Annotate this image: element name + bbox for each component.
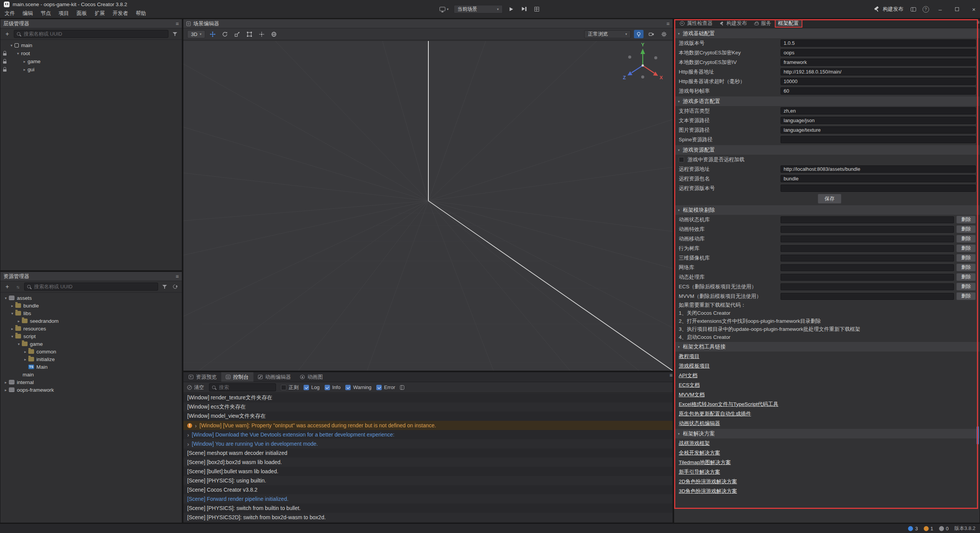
expand-arrow-icon[interactable]: ▾ [9,334,15,338]
expand-arrow-icon[interactable]: ▸ [9,304,15,308]
log-expander-icon[interactable]: › [195,422,197,429]
property-input[interactable] [781,68,976,75]
expand-arrow-icon[interactable]: ▾ [15,51,21,56]
expand-arrow-icon[interactable]: ▾ [9,311,15,316]
info-count-badge[interactable]: 3 [908,526,918,531]
create-node-button[interactable]: + [3,30,11,38]
menu-item[interactable]: 文件 [1,10,19,17]
rotate-tool-button[interactable] [220,30,230,38]
filter-error-checkbox[interactable]: Error [376,384,395,390]
property-input[interactable] [781,165,976,173]
log-row[interactable]: › [Window] You are running Vue in develo… [183,439,673,448]
doc-link[interactable]: 游戏模板项目 [679,363,710,370]
expand-arrow-icon[interactable]: ▸ [22,357,28,361]
expand-arrow-icon[interactable]: ▸ [21,59,28,64]
menu-item[interactable]: 节点 [37,10,55,17]
solution-link[interactable]: 新手引导解决方案 [679,469,720,476]
expand-arrow-icon[interactable]: ▸ [9,327,15,331]
expand-arrow-icon[interactable]: ▸ [22,350,28,354]
doc-link[interactable]: MVVM文档 [679,391,705,398]
panel-menu-icon[interactable]: ≡ [670,372,673,382]
layout-button[interactable] [910,5,917,13]
solution-link[interactable]: 3D角色扮演游戏解决方案 [679,488,737,495]
build-publish-button[interactable]: 构建发布 [872,6,905,13]
delete-module-button[interactable]: 删除 [956,225,976,233]
view-mode-select[interactable]: 正常浏览 ▾ [584,30,631,38]
filter-button[interactable] [171,30,179,38]
log-row[interactable]: › [Window] [Vue warn]: Property "onInput… [183,421,673,430]
doc-link[interactable]: Excel格式转Json文件与TypeScript代码工具 [679,401,778,408]
pivot-tool-button[interactable] [257,30,266,38]
filter-warning-checkbox[interactable]: Warning [345,384,371,390]
projection-toggle[interactable]: 3D ▾ [187,30,205,38]
rect-tool-button[interactable] [245,30,254,38]
regex-checkbox[interactable]: 正则 [281,384,299,391]
asset-item[interactable]: ▾ game [0,340,182,348]
asset-item[interactable]: ▾ assets [0,294,182,302]
tab-framework-config[interactable]: 框架配置 [775,19,802,28]
section-module-strip[interactable]: ▾框架模块剔除 [674,205,980,215]
play-button[interactable] [508,5,515,13]
asset-item[interactable]: ▸ common [0,348,182,355]
step-button[interactable] [520,5,528,13]
create-asset-button[interactable]: + [3,283,11,291]
scene-select[interactable]: 当前场景 ▾ [454,5,503,13]
asset-item[interactable]: ▾ libs [0,309,182,317]
sort-button[interactable]: ↑↓ [14,283,21,291]
doc-link[interactable]: 动画状态机编辑器 [679,420,720,427]
delete-module-button[interactable]: 删除 [956,244,976,252]
log-row[interactable]: [Scene] Forward render pipeline initiali… [183,494,673,504]
scene-light-button[interactable] [634,30,644,38]
warning-count-badge[interactable]: 1 [924,526,933,531]
menu-item[interactable]: 编辑 [19,10,37,17]
asset-item[interactable]: ▸ oops-framework [0,386,182,394]
property-input[interactable] [781,126,976,134]
move-tool-button[interactable] [208,30,217,38]
property-input[interactable] [781,87,976,95]
tab-build[interactable]: 构建发布 [716,19,751,28]
hierarchy-node[interactable]: ▾ main [0,41,182,49]
log-row[interactable]: [Window] render_texture文件夹存在 [183,393,673,402]
tab-animation-editor[interactable]: 动画编辑器 [253,372,296,382]
menu-item[interactable]: 帮助 [132,10,150,17]
solution-link[interactable]: 战棋游戏框架 [679,440,710,447]
clear-console-button[interactable]: 清空 [187,384,204,391]
tab-asset-preview[interactable]: 资源预览 [184,372,221,382]
hierarchy-node[interactable]: ▸ game [0,57,182,65]
save-button[interactable]: 保存 [818,194,841,204]
filter-button[interactable] [161,283,168,291]
panel-menu-icon[interactable]: ≡ [176,21,179,27]
expand-arrow-icon[interactable]: ▾ [3,296,9,300]
coordinate-space-button[interactable] [269,30,279,38]
property-input[interactable] [781,78,976,85]
asset-item[interactable]: ▸ initialize [0,355,182,363]
tab-services[interactable]: 服务 [751,19,775,28]
property-input[interactable] [781,59,976,66]
expand-arrow-icon[interactable]: ▸ [3,380,9,384]
log-row[interactable]: [Scene] meshopt wasm decoder initialized [183,448,673,458]
log-row[interactable]: [Window] ecs文件夹存在 [183,402,673,412]
log-row[interactable]: [Scene] Cocos Creator v3.8.2 [183,485,673,494]
asset-item[interactable]: ▸ internal [0,378,182,386]
delete-module-button[interactable]: 删除 [956,254,976,262]
hierarchy-node[interactable]: ▾ root [0,49,182,57]
expand-arrow-icon[interactable]: ▾ [16,342,22,346]
menu-item[interactable]: 扩展 [91,10,109,17]
log-row[interactable]: [Scene] [box2d]:box2d wasm lib loaded. [183,458,673,467]
delete-module-button[interactable]: 删除 [956,216,976,224]
refresh-button[interactable] [171,283,179,291]
asset-item[interactable]: ▸ bundle [0,302,182,309]
minimize-button[interactable]: – [934,0,946,18]
section-basic-config[interactable]: ▾游戏基础配置 [674,29,980,38]
solution-link[interactable]: 全栈开发解决方案 [679,450,720,456]
doc-link[interactable]: 教程项目 [679,353,699,360]
filter-log-checkbox[interactable]: Log [304,384,320,390]
expand-arrow-icon[interactable]: ▸ [21,67,28,72]
log-expander-icon[interactable]: › [187,432,189,438]
doc-link[interactable]: 原生包热更新配置自动生成插件 [679,410,751,417]
maximize-button[interactable] [951,0,963,18]
scrollbar-thumb[interactable] [977,426,979,445]
expand-arrow-icon[interactable]: ▾ [8,43,15,47]
solution-link[interactable]: Tiledmap地图解决方案 [679,459,731,466]
doc-link[interactable]: ECS文档 [679,382,700,389]
